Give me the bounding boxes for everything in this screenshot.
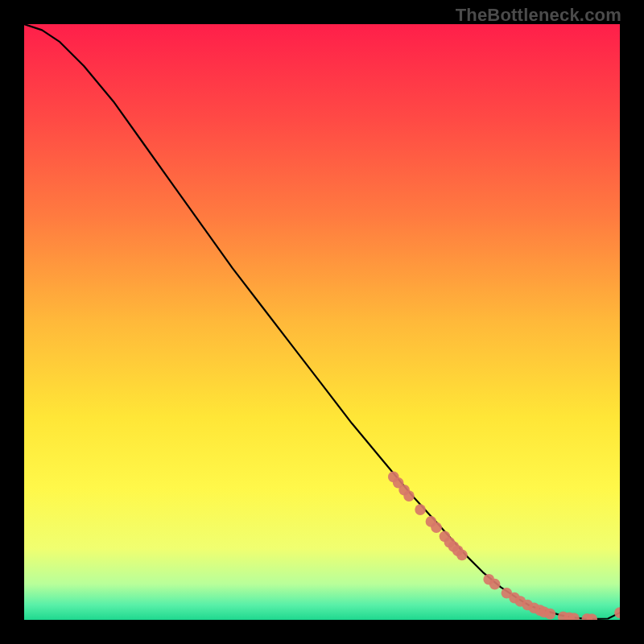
svg-rect-0 xyxy=(24,24,620,620)
watermark-text: TheBottleneck.com xyxy=(456,5,621,26)
plot-area xyxy=(24,24,620,620)
background-gradient xyxy=(24,24,620,620)
chart-stage: TheBottleneck.com xyxy=(0,0,644,644)
